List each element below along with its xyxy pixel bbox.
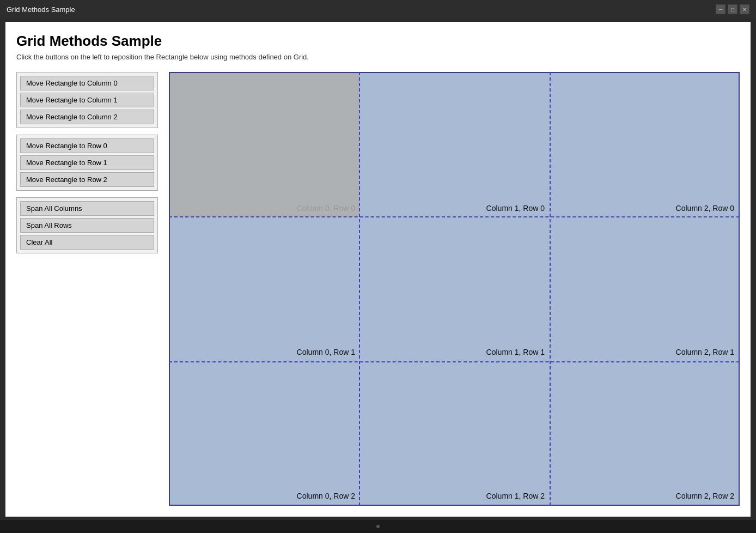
span-all-rows-button[interactable]: Span All Rows (20, 218, 154, 233)
row-button-group: Move Rectangle to Row 0 Move Rectangle t… (16, 135, 158, 191)
cell-label-col0-row1: Column 0, Row 1 (297, 348, 355, 356)
taskbar (0, 520, 756, 533)
move-rect-row0-button[interactable]: Move Rectangle to Row 0 (20, 138, 154, 153)
grid-cell-col2-row0: Column 2, Row 0 (549, 73, 739, 217)
main-window: Grid Methods Sample Click the buttons on… (5, 22, 751, 517)
grid-cell-col2-row2: Column 2, Row 2 (549, 361, 739, 505)
cell-label-col2-row0: Column 2, Row 0 (676, 204, 734, 213)
page-subtitle: Click the buttons on the left to reposit… (16, 53, 740, 61)
column-button-group: Move Rectangle to Column 0 Move Rectangl… (16, 72, 158, 128)
cell-label-col1-row0: Column 1, Row 0 (486, 204, 545, 213)
controls-panel: Move Rectangle to Column 0 Move Rectangl… (16, 72, 158, 506)
cell-label-col1-row2: Column 1, Row 2 (486, 492, 545, 500)
move-rect-col1-button[interactable]: Move Rectangle to Column 1 (20, 93, 154, 107)
grid-cell-col0-row1: Column 0, Row 1 (170, 217, 359, 361)
close-button[interactable]: ✕ (740, 4, 749, 14)
cell-label-col0-row0: Column 0, Row 0 (297, 204, 355, 213)
grid-cell-col1-row1: Column 1, Row 1 (359, 217, 549, 361)
title-bar: Grid Methods Sample ─ □ ✕ (0, 0, 756, 19)
rectangle-overlay (170, 73, 359, 217)
span-all-columns-button[interactable]: Span All Columns (20, 201, 154, 216)
span-button-group: Span All Columns Span All Rows Clear All (16, 197, 158, 253)
cell-label-col1-row1: Column 1, Row 1 (486, 348, 545, 356)
grid-cell-col2-row1: Column 2, Row 1 (549, 217, 739, 361)
move-rect-row1-button[interactable]: Move Rectangle to Row 1 (20, 155, 154, 170)
maximize-button[interactable]: □ (728, 4, 737, 14)
cell-label-col2-row1: Column 2, Row 1 (676, 348, 734, 356)
title-bar-controls: ─ □ ✕ (716, 4, 749, 14)
grid-cell-col0-row0: Column 0, Row 0 (170, 73, 359, 217)
grid-cell-col0-row2: Column 0, Row 2 (170, 361, 359, 505)
grid-container: Column 0, Row 0Column 1, Row 0Column 2, … (169, 72, 740, 506)
grid-cell-col1-row2: Column 1, Row 2 (359, 361, 549, 505)
move-rect-row2-button[interactable]: Move Rectangle to Row 2 (20, 172, 154, 187)
taskbar-dot (376, 525, 380, 528)
grid-wrapper: Column 0, Row 0Column 1, Row 0Column 2, … (169, 72, 740, 506)
content-area: Move Rectangle to Column 0 Move Rectangl… (16, 72, 740, 506)
grid-display: Column 0, Row 0Column 1, Row 0Column 2, … (169, 72, 740, 506)
move-rect-col2-button[interactable]: Move Rectangle to Column 2 (20, 110, 154, 124)
clear-all-button[interactable]: Clear All (20, 235, 154, 250)
cell-label-col2-row2: Column 2, Row 2 (676, 492, 734, 500)
move-rect-col0-button[interactable]: Move Rectangle to Column 0 (20, 76, 154, 90)
title-bar-text: Grid Methods Sample (7, 5, 75, 14)
page-title: Grid Methods Sample (16, 33, 740, 50)
minimize-button[interactable]: ─ (716, 4, 725, 14)
cell-label-col0-row2: Column 0, Row 2 (297, 492, 355, 500)
grid-cell-col1-row0: Column 1, Row 0 (359, 73, 549, 217)
